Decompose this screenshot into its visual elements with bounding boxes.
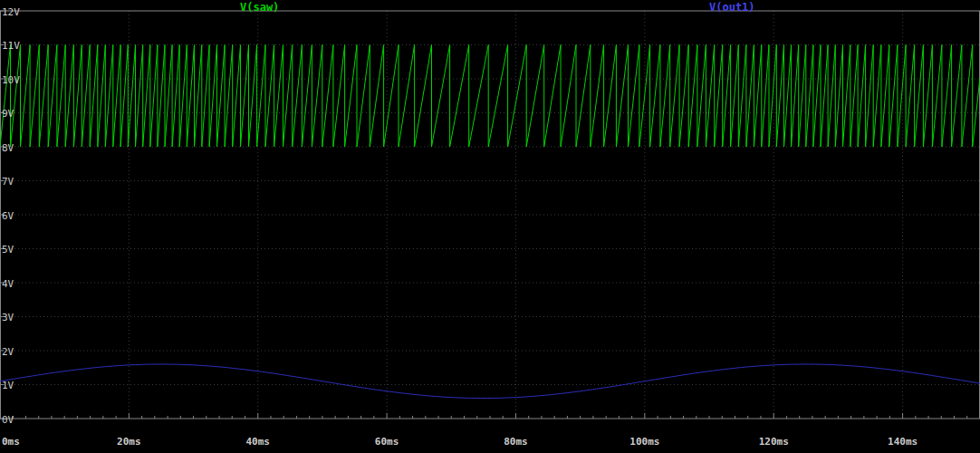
trace-label-v-out1[interactable]: V(out1) [709,1,755,14]
y-tick-label: 5V [2,244,14,255]
x-tick-label: 0ms [2,436,20,448]
y-tick-label: 1V [2,380,14,391]
y-tick-label: 7V [2,176,14,188]
y-tick-label: 9V [2,108,14,120]
x-tick-label: 60ms [375,436,399,448]
y-tick-label: 0V [2,414,14,426]
x-tick-label: 100ms [629,436,659,448]
y-tick-label: 11V [2,40,20,52]
y-tick-label: 10V [2,74,20,86]
y-tick-label: 12V [2,6,20,18]
x-tick-label: 120ms [759,436,789,448]
x-tick-label: 40ms [245,436,270,448]
trace-v-out1[interactable] [0,364,980,399]
trace-label-v-saw[interactable]: V(saw) [240,1,279,14]
y-tick-label: 3V [2,312,14,323]
y-tick-label: 2V [2,346,14,358]
x-tick-label: 20ms [117,436,141,448]
y-tick-label: 4V [2,278,14,290]
x-tick-label: 80ms [504,436,528,448]
trace-v-saw[interactable] [0,45,980,148]
y-tick-label: 8V [2,142,14,154]
x-tick-label: 140ms [888,436,918,448]
axis-labels: 0V1V2V3V4V5V6V7V8V9V10V11V12V0ms20ms40ms… [2,6,918,448]
y-tick-label: 6V [2,210,14,222]
waveform-viewer[interactable]: 0V1V2V3V4V5V6V7V8V9V10V11V12V0ms20ms40ms… [0,0,980,453]
plot-area[interactable]: 0V1V2V3V4V5V6V7V8V9V10V11V12V0ms20ms40ms… [0,0,980,453]
